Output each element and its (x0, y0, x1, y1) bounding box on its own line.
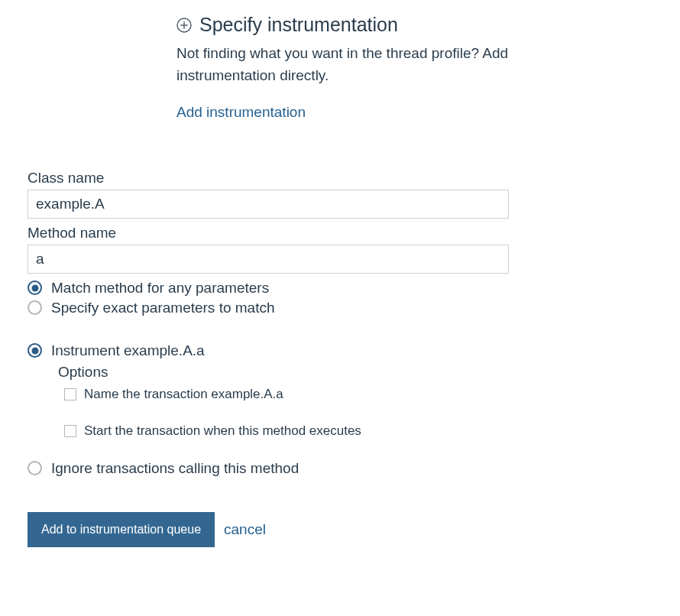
match-exact-radio[interactable] (28, 300, 42, 315)
name-transaction-checkbox[interactable] (64, 388, 76, 400)
section-description: Not finding what you want in the thread … (176, 42, 604, 87)
options-heading: Options (58, 364, 642, 381)
ignore-radio[interactable] (28, 461, 42, 475)
match-any-radio[interactable] (28, 280, 42, 295)
match-any-label[interactable]: Match method for any parameters (51, 280, 269, 297)
match-exact-label[interactable]: Specify exact parameters to match (51, 300, 275, 316)
start-transaction-checkbox[interactable] (64, 425, 76, 437)
add-instrumentation-link[interactable]: Add instrumentation (176, 104, 306, 120)
instrument-label[interactable]: Instrument example.A.a (51, 342, 205, 359)
ignore-label[interactable]: Ignore transactions calling this method (51, 460, 299, 477)
add-to-queue-button[interactable]: Add to instrumentation queue (28, 512, 215, 547)
instrument-radio[interactable] (28, 343, 42, 358)
start-transaction-label[interactable]: Start the transaction when this method e… (84, 423, 361, 439)
class-name-label: Class name (28, 170, 642, 186)
cancel-link[interactable]: cancel (224, 521, 266, 538)
section-header: Specify instrumentation (176, 14, 642, 36)
method-name-input[interactable] (28, 245, 509, 274)
class-name-input[interactable] (28, 190, 509, 219)
method-name-label: Method name (28, 225, 642, 242)
section-title: Specify instrumentation (199, 14, 398, 36)
plus-circle-icon (176, 18, 192, 33)
name-transaction-label[interactable]: Name the transaction example.A.a (84, 387, 283, 402)
